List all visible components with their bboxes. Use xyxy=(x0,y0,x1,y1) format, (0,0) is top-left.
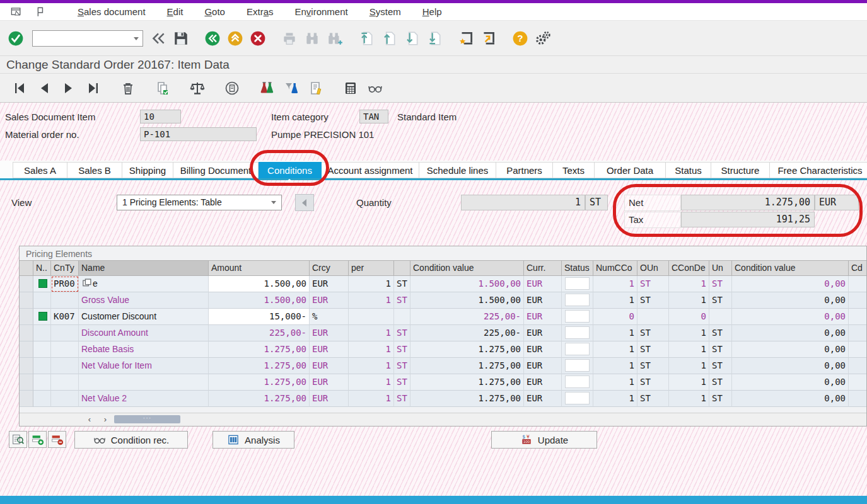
session-icon[interactable] xyxy=(32,5,48,19)
scrollbar-thumb[interactable]: ··· xyxy=(114,415,180,423)
column-header-Condition value[interactable]: Condition value xyxy=(732,260,849,276)
update-button[interactable]: $¥100 Update xyxy=(491,431,597,449)
chevron-down-icon[interactable] xyxy=(271,201,276,204)
column-header-N..[interactable]: N.. xyxy=(33,260,51,276)
find-icon[interactable] xyxy=(303,29,322,48)
horizontal-scrollbar[interactable]: ‹ › ··· xyxy=(20,413,866,426)
print-icon[interactable] xyxy=(280,29,299,48)
condition-rec-button[interactable]: Condition rec. xyxy=(74,431,188,449)
table-find-button[interactable] xyxy=(9,431,27,448)
collapse-icon[interactable] xyxy=(149,29,168,48)
page-down-icon[interactable] xyxy=(402,29,421,48)
tab-schedule-lines[interactable]: Schedule lines xyxy=(419,162,496,178)
status-cell-box[interactable] xyxy=(565,359,590,372)
status-cell-box[interactable] xyxy=(565,375,590,388)
status-cell-box[interactable] xyxy=(565,310,590,323)
print-preview-icon[interactable] xyxy=(221,78,243,98)
cell-sel[interactable] xyxy=(20,391,33,407)
analysis-button[interactable]: Analysis xyxy=(212,431,294,449)
delete-icon[interactable] xyxy=(117,78,139,98)
tab-order-data[interactable]: Order Data xyxy=(595,162,666,178)
menu-item-system[interactable]: System xyxy=(359,3,412,21)
previous-view-button[interactable] xyxy=(295,194,314,211)
status-cell-box[interactable] xyxy=(565,343,590,355)
cell-sel[interactable] xyxy=(20,325,33,341)
column-header-Curr.[interactable]: Curr. xyxy=(524,260,562,276)
customize-icon[interactable] xyxy=(533,29,552,48)
scales-icon[interactable] xyxy=(187,78,208,98)
notes-icon[interactable] xyxy=(305,78,327,98)
glasses-icon[interactable] xyxy=(364,78,386,98)
cell-sel[interactable] xyxy=(20,374,33,391)
next-item-icon[interactable] xyxy=(58,78,79,98)
find-next-icon[interactable] xyxy=(325,29,344,48)
column-header-Crcy[interactable]: Crcy xyxy=(310,260,349,276)
column-header-CnTy[interactable]: CnTy xyxy=(51,260,79,276)
column-header-NumCCo[interactable]: NumCCo xyxy=(593,260,637,276)
back-icon[interactable] xyxy=(203,29,222,48)
column-header-Un[interactable]: Un xyxy=(709,260,732,276)
previous-item-icon[interactable] xyxy=(33,78,55,98)
tab-sales-b[interactable]: Sales B xyxy=(67,162,122,178)
cell-sel[interactable] xyxy=(20,276,33,292)
cell-sel[interactable] xyxy=(20,309,33,325)
calculator-icon[interactable] xyxy=(340,78,361,98)
status-cell-box[interactable] xyxy=(565,392,590,404)
first-item-icon[interactable] xyxy=(9,78,30,98)
create-shortcut-icon[interactable] xyxy=(479,29,498,48)
status-cell-box[interactable] xyxy=(565,294,590,306)
page-up-icon[interactable] xyxy=(380,29,399,48)
funnel-flask-icon[interactable] xyxy=(281,78,302,98)
scroll-right-icon[interactable]: › xyxy=(98,415,112,425)
view-select[interactable]: 1 Pricing Elements: Table xyxy=(117,195,282,210)
material-order-field[interactable]: P-101 xyxy=(140,127,257,141)
column-header-Name[interactable]: Name xyxy=(79,260,209,276)
quantity-unit-field[interactable]: ST xyxy=(585,195,608,210)
help-icon[interactable]: ? xyxy=(511,29,530,48)
tab-structure[interactable]: Structure xyxy=(711,162,770,178)
menu-item-extras[interactable]: Extras xyxy=(236,3,284,21)
net-currency-field[interactable]: EUR xyxy=(815,195,859,210)
column-header-per[interactable]: per xyxy=(349,260,394,276)
tab-texts[interactable]: Texts xyxy=(553,162,595,178)
chemical-flasks-icon[interactable] xyxy=(256,78,277,98)
menu-item-environment[interactable]: Environment xyxy=(284,3,358,21)
cancel-icon[interactable] xyxy=(248,29,267,48)
tab-shipping[interactable]: Shipping xyxy=(122,162,173,178)
menu-item-help[interactable]: Help xyxy=(412,3,453,21)
enter-icon[interactable] xyxy=(6,29,25,48)
column-header-CConDe[interactable]: CConDe xyxy=(669,260,709,276)
scroll-left-icon[interactable]: ‹ xyxy=(83,415,96,425)
cell-cnty[interactable]: PR00 xyxy=(51,276,79,292)
cell-amount[interactable]: 1.500,00 xyxy=(209,276,310,292)
menu-item-goto[interactable]: Goto xyxy=(194,3,236,21)
status-cell-box[interactable] xyxy=(565,277,590,290)
insert-row-button[interactable] xyxy=(28,431,47,448)
last-page-icon[interactable] xyxy=(425,29,444,48)
window-menu-icon[interactable] xyxy=(8,5,24,19)
cell-amount[interactable]: 15,000- xyxy=(209,309,310,325)
column-header-Condition value[interactable]: Condition value xyxy=(410,260,524,276)
menu-item-sales-document[interactable]: Sales document xyxy=(67,3,156,21)
menu-item-edit[interactable]: Edit xyxy=(156,3,194,21)
cell-sel[interactable] xyxy=(20,358,33,374)
column-header-Status[interactable]: Status xyxy=(562,260,593,276)
command-field[interactable] xyxy=(32,30,143,47)
save-icon[interactable] xyxy=(172,29,190,48)
tab-billing-document[interactable]: Billing Document xyxy=(173,162,259,178)
net-value-field[interactable]: 1.275,00 xyxy=(681,195,815,210)
status-cell-box[interactable] xyxy=(565,326,590,339)
sales-document-item-field[interactable]: 10 xyxy=(140,110,181,123)
tab-conditions[interactable]: Conditions xyxy=(259,162,322,178)
cell-sel[interactable] xyxy=(20,341,33,358)
tab-account-assignment[interactable]: Account assignment xyxy=(322,162,419,178)
last-item-icon[interactable] xyxy=(83,78,104,98)
exit-icon[interactable] xyxy=(226,29,245,48)
quantity-field[interactable]: 1 xyxy=(461,195,585,210)
first-page-icon[interactable] xyxy=(357,29,376,48)
item-category-field[interactable]: TAN xyxy=(359,110,388,123)
tab-partners[interactable]: Partners xyxy=(496,162,553,178)
column-header-per_unit[interactable] xyxy=(394,260,410,276)
column-header-OUn[interactable]: OUn xyxy=(637,260,669,276)
column-header-Cd[interactable]: Cd xyxy=(849,260,867,276)
